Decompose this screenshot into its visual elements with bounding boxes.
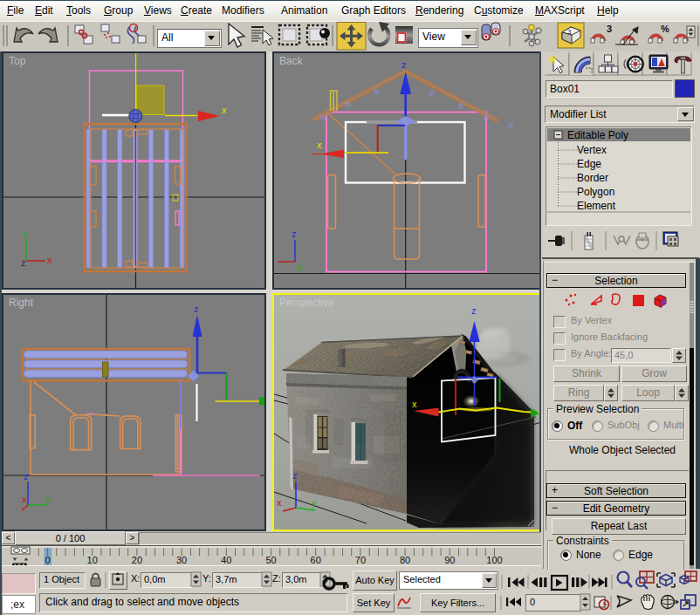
svg-text:x: x xyxy=(317,140,322,150)
svg-text:60: 60 xyxy=(311,555,321,565)
svg-text:30: 30 xyxy=(176,555,187,565)
svg-text:Editable Poly: Editable Poly xyxy=(567,129,628,141)
svg-text:x: x xyxy=(277,497,282,508)
svg-text:Polygon: Polygon xyxy=(577,186,614,198)
svg-text:z: z xyxy=(194,304,199,314)
svg-text:70: 70 xyxy=(355,555,366,565)
svg-text:z: z xyxy=(24,471,29,482)
svg-text:Border: Border xyxy=(577,172,608,184)
svg-text:b: b xyxy=(428,87,436,99)
svg-text:x: x xyxy=(412,399,417,409)
svg-text:y: y xyxy=(298,262,303,272)
svg-text:z: z xyxy=(401,59,407,70)
svg-text:100: 100 xyxy=(486,555,502,565)
svg-text:90: 90 xyxy=(444,555,455,565)
svg-text:%: % xyxy=(661,24,669,34)
svg-text:50: 50 xyxy=(265,555,276,565)
svg-text:x: x xyxy=(274,256,275,266)
svg-text:Element: Element xyxy=(577,200,616,212)
svg-text:40: 40 xyxy=(221,555,231,565)
svg-text:x: x xyxy=(47,255,52,265)
svg-text:3: 3 xyxy=(567,28,572,36)
svg-text:y: y xyxy=(23,228,28,238)
svg-text:3: 3 xyxy=(607,24,612,34)
svg-text:10: 10 xyxy=(87,555,98,565)
svg-text:20: 20 xyxy=(132,555,142,565)
svg-text:z: z xyxy=(471,305,477,316)
svg-text:y: y xyxy=(45,494,51,504)
svg-text:Edge: Edge xyxy=(577,158,601,170)
svg-text:80: 80 xyxy=(400,555,410,565)
svg-text:0: 0 xyxy=(45,555,50,565)
svg-text:Vertex: Vertex xyxy=(577,144,607,156)
svg-text:b: b xyxy=(373,85,381,97)
svg-text:x: x xyxy=(222,105,227,115)
svg-text:z: z xyxy=(21,257,26,268)
svg-text:z: z xyxy=(292,470,298,481)
svg-text:b: b xyxy=(456,100,465,112)
svg-text:y: y xyxy=(312,497,317,508)
svg-text:z: z xyxy=(292,229,297,239)
svg-text:b: b xyxy=(507,120,516,131)
svg-text:x: x xyxy=(22,494,27,504)
